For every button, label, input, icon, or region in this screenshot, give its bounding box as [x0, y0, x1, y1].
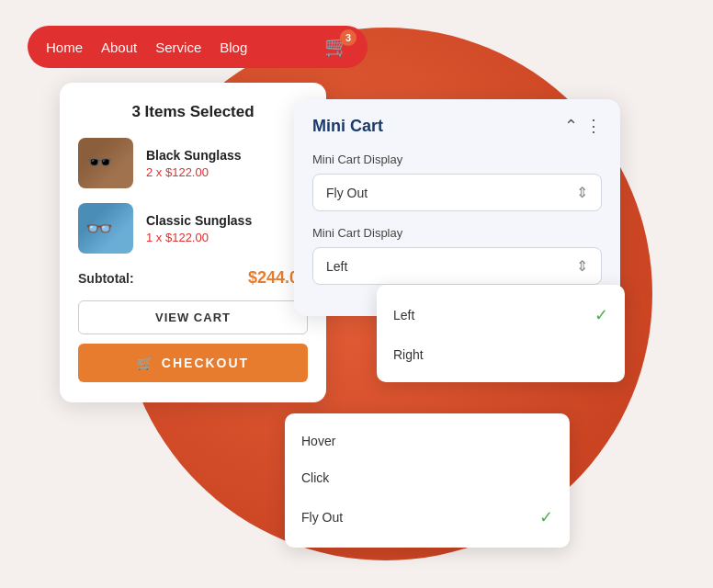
display-label-2: Mini Cart Display	[312, 226, 602, 240]
dropdown-display-item-hover[interactable]: Hover	[285, 423, 570, 459]
dropdown-position-label-left: Left	[393, 308, 414, 322]
subtotal-label: Subtotal:	[78, 271, 134, 286]
cart-item-1-details: Black Sunglass 2 x $122.00	[146, 148, 242, 179]
nav-item-home[interactable]: Home	[46, 40, 83, 55]
cart-button[interactable]: 🛒 3	[324, 35, 349, 59]
check-icon-left: ✓	[594, 305, 608, 325]
settings-panel: Mini Cart ⌃ ⋮ Mini Cart Display Fly Out …	[294, 99, 620, 316]
cart-badge: 3	[340, 29, 356, 46]
collapse-icon-button[interactable]: ⌃	[564, 116, 578, 136]
settings-header: Mini Cart ⌃ ⋮	[312, 116, 602, 136]
mini-cart-panel: 3 Items Selected Black Sunglass 2 x $122…	[60, 83, 326, 402]
dropdown-display-item-flyout[interactable]: Fly Out ✓	[285, 496, 570, 538]
dropdown-display-label-hover: Hover	[301, 434, 335, 448]
display-select-1[interactable]: Fly Out ⇕	[312, 174, 602, 211]
display-label-1: Mini Cart Display	[312, 153, 602, 166]
cart-item-1-image	[78, 138, 133, 188]
dropdown-position-label-right: Right	[393, 347, 424, 362]
checkout-label: CHECKOUT	[162, 356, 249, 370]
cart-item-2-details: Classic Sunglass 1 x $122.00	[146, 213, 252, 244]
cart-item-2-price: 1 x $122.00	[146, 231, 252, 244]
dropdown-position: Left ✓ Right	[377, 285, 625, 382]
select-arrow-2: ⇕	[576, 257, 588, 275]
cart-item-2: Classic Sunglass 1 x $122.00	[78, 203, 308, 254]
select-arrow-1: ⇕	[576, 184, 588, 201]
cart-item-2-image	[78, 203, 133, 254]
checkout-button[interactable]: 🛒 CHECKOUT	[78, 344, 308, 382]
cart-item-2-name: Classic Sunglass	[146, 213, 252, 228]
settings-title: Mini Cart	[312, 117, 383, 136]
dropdown-position-item-left[interactable]: Left ✓	[377, 294, 625, 336]
cart-item-1-name: Black Sunglass	[146, 148, 242, 163]
display-value-1: Fly Out	[326, 186, 368, 200]
settings-icon-group: ⌃ ⋮	[564, 116, 602, 136]
nav-item-blog[interactable]: Blog	[220, 40, 247, 55]
nav-item-service[interactable]: Service	[155, 40, 201, 55]
mini-cart-title: 3 Items Selected	[78, 103, 308, 121]
cart-item-1-price: 2 x $122.00	[146, 165, 242, 179]
checkout-cart-icon: 🛒	[137, 356, 154, 370]
dropdown-display: Hover Click Fly Out ✓	[285, 413, 570, 548]
dropdown-display-label-flyout: Fly Out	[301, 510, 343, 525]
view-cart-button[interactable]: VIEW CART	[78, 300, 308, 334]
dropdown-display-label-click: Click	[301, 470, 329, 485]
more-options-icon-button[interactable]: ⋮	[585, 116, 602, 136]
check-icon-flyout: ✓	[539, 507, 553, 527]
cart-item-1: Black Sunglass 2 x $122.00	[78, 138, 308, 188]
dropdown-display-item-click[interactable]: Click	[285, 459, 570, 496]
display-select-2[interactable]: Left ⇕	[312, 247, 602, 285]
display-value-2: Left	[326, 259, 347, 274]
nav-item-about[interactable]: About	[101, 40, 137, 55]
dropdown-position-item-right[interactable]: Right	[377, 336, 625, 373]
navbar: Home About Service Blog 🛒 3	[28, 26, 368, 68]
subtotal-row: Subtotal: $244.00	[78, 268, 308, 288]
